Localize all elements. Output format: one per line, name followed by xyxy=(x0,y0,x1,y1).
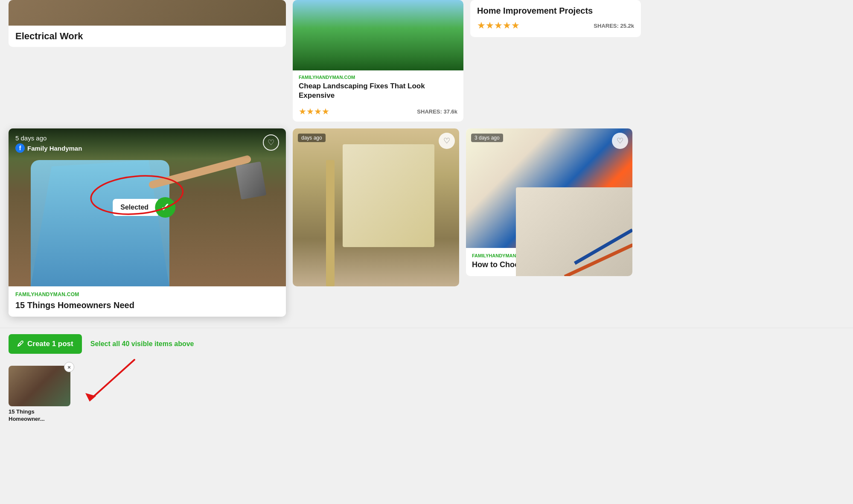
selected-check-icon[interactable]: ✓ xyxy=(155,197,175,218)
home-improvement-title: Home Improvement Projects xyxy=(477,6,634,16)
right-card-heart-button[interactable]: ♡ xyxy=(612,133,628,149)
featured-source-name: Family Handyman xyxy=(27,145,82,152)
mid-card-days-ago: days ago xyxy=(298,134,326,142)
selected-badge[interactable]: Selected xyxy=(113,199,158,216)
select-all-label[interactable]: Select all 40 visible items above xyxy=(90,340,194,348)
landscaping-title: Cheap Landscaping Fixes That Look Expens… xyxy=(299,82,457,100)
thumbnail-area: × 15 Things Homeowner... xyxy=(0,360,853,436)
featured-heart-button[interactable]: ♡ xyxy=(263,134,279,151)
thumbnail-row: × 15 Things Homeowner... xyxy=(9,366,844,423)
featured-card-body: FAMILYHANDYMAN.COM 15 Things Homeowners … xyxy=(9,286,286,317)
create-post-button[interactable]: 🖊 Create 1 post xyxy=(9,334,82,354)
landscaping-shares: SHARES: 37.6k xyxy=(417,108,457,115)
featured-card-source: FAMILYHANDYMAN.COM xyxy=(15,291,279,297)
mid-card-painting: days ago ♡ xyxy=(293,128,459,286)
featured-card: 5 days ago f Family Handyman ♡ Selected … xyxy=(9,128,286,317)
landscaping-stars: ★★★★ xyxy=(299,106,329,117)
electrical-card-title: Electrical Work xyxy=(15,31,279,42)
featured-card-image: 5 days ago f Family Handyman ♡ Selected … xyxy=(9,128,286,286)
facebook-icon: f xyxy=(15,143,25,153)
action-bar: 🖊 Create 1 post Select all 40 visible it… xyxy=(0,328,853,360)
thumbnail-label: 15 Things Homeowner... xyxy=(9,408,70,423)
tape-image xyxy=(466,128,632,248)
thumbnail-item: × 15 Things Homeowner... xyxy=(9,366,70,423)
right-card-painters-tape: 3 days ago ♡ FAMILYHANDYMAN.COM How to C… xyxy=(466,128,632,276)
feather-icon: 🖊 xyxy=(17,340,24,348)
right-card-days-ago: 3 days ago xyxy=(471,134,503,142)
thumbnail-image xyxy=(9,366,70,406)
home-improvement-stars: ★★★★★ xyxy=(477,20,520,31)
mid-card-image xyxy=(293,128,459,286)
featured-timestamp: 5 days ago xyxy=(15,134,82,142)
featured-card-header-left: 5 days ago f Family Handyman xyxy=(15,134,82,153)
home-improvement-shares: SHARES: 25.2k xyxy=(594,23,634,29)
featured-card-title: 15 Things Homeowners Need xyxy=(15,300,279,311)
landscaping-source: FAMILYHANDYMAN.COM xyxy=(299,75,457,80)
thumbnail-close-button[interactable]: × xyxy=(64,362,74,372)
mid-card-heart-button[interactable]: ♡ xyxy=(439,133,455,149)
selected-badge-container[interactable]: Selected ✓ xyxy=(113,197,175,218)
